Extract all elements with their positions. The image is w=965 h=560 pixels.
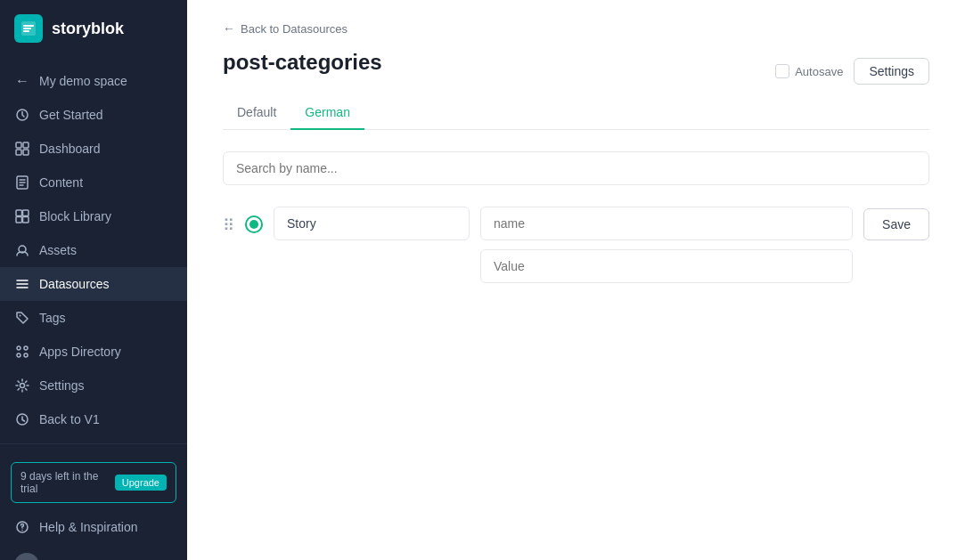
sidebar-nav: ← My demo space Get Started <box>0 57 187 443</box>
help-icon <box>14 519 30 535</box>
sidebar-label: Dashboard <box>39 142 101 156</box>
svg-point-12 <box>20 315 21 317</box>
breadcrumb-text: Back to Datasources <box>241 22 348 36</box>
assets-icon <box>14 242 30 258</box>
logo-icon <box>14 14 43 43</box>
header-actions: Autosave Settings <box>775 58 929 85</box>
svg-point-19 <box>21 530 23 532</box>
sidebar-item-back-to-v1[interactable]: Back to V1 <box>0 402 187 436</box>
sidebar-label: Content <box>39 175 83 190</box>
dashboard-icon <box>14 141 30 157</box>
main-content: ← Back to Datasources post-categories Au… <box>187 0 965 560</box>
entry-fields: Save <box>480 207 929 283</box>
svg-rect-4 <box>16 150 21 155</box>
entry-radio[interactable] <box>245 215 263 233</box>
sidebar-item-apps-directory[interactable]: Apps Directory <box>0 335 187 369</box>
sidebar-label: Tags <box>39 311 66 325</box>
page-title: post-categories <box>223 50 382 75</box>
save-button[interactable]: Save <box>863 208 929 240</box>
sidebar-item-tags[interactable]: Tags <box>0 301 187 335</box>
brand-logo[interactable]: storyblok <box>0 0 187 57</box>
breadcrumb[interactable]: ← Back to Datasources <box>223 21 929 36</box>
arrow-left-icon: ← <box>14 73 30 89</box>
sidebar-label: Datasources <box>39 277 110 291</box>
settings-button[interactable]: Settings <box>854 58 929 85</box>
upgrade-button[interactable]: Upgrade <box>115 475 167 491</box>
svg-rect-3 <box>23 142 29 148</box>
sidebar: storyblok ← My demo space Get Started <box>0 0 187 560</box>
sidebar-label: Assets <box>39 243 77 257</box>
sidebar-label: Back to V1 <box>39 412 100 426</box>
sidebar-bottom: 9 days left in the trial Upgrade Help & … <box>0 443 187 560</box>
tags-icon <box>14 310 30 326</box>
entry-name-display: Story <box>274 207 470 240</box>
svg-rect-8 <box>23 210 29 216</box>
sidebar-item-datasources[interactable]: Datasources <box>0 267 187 301</box>
svg-point-15 <box>17 353 20 357</box>
svg-rect-7 <box>16 210 22 216</box>
sidebar-item-content[interactable]: Content <box>0 166 187 199</box>
page-header: post-categories Autosave Settings <box>223 50 929 93</box>
search-input[interactable] <box>223 151 929 185</box>
help-inspiration[interactable]: Help & Inspiration <box>0 510 187 544</box>
svg-rect-2 <box>16 142 21 148</box>
star-icon <box>14 107 30 123</box>
drag-handle-icon[interactable]: ⠿ <box>223 207 234 235</box>
tab-default[interactable]: Default <box>223 96 290 130</box>
sidebar-label: Get Started <box>39 108 103 122</box>
sidebar-label: Block Library <box>39 209 111 223</box>
datasources-icon <box>14 276 30 292</box>
sidebar-item-settings[interactable]: Settings <box>0 369 187 402</box>
svg-rect-10 <box>23 217 29 223</box>
entry-input-column <box>480 207 853 283</box>
back-arrow-icon: ← <box>223 21 235 36</box>
sidebar-item-assets[interactable]: Assets <box>0 233 187 267</box>
svg-point-13 <box>17 346 20 350</box>
trial-text: 9 days left in the trial <box>20 470 115 495</box>
apps-icon <box>14 344 30 360</box>
back-v1-icon <box>14 411 30 427</box>
sidebar-label: Apps Directory <box>39 345 121 359</box>
svg-rect-9 <box>16 217 22 223</box>
tabs: Default German <box>223 96 929 130</box>
block-library-icon <box>14 208 30 224</box>
svg-point-14 <box>24 346 28 350</box>
settings-icon <box>14 377 30 394</box>
trial-banner: 9 days left in the trial Upgrade <box>11 462 176 503</box>
sidebar-label: My demo space <box>39 74 127 88</box>
brand-name: storyblok <box>52 20 124 38</box>
sidebar-item-get-started[interactable]: Get Started <box>0 98 187 132</box>
tab-german[interactable]: German <box>290 96 364 130</box>
svg-rect-5 <box>23 150 29 155</box>
sidebar-item-block-library[interactable]: Block Library <box>0 199 187 233</box>
entry-value-input[interactable] <box>480 249 853 283</box>
datasource-entry-row: ⠿ Story Save <box>223 207 929 283</box>
svg-point-17 <box>20 384 25 388</box>
autosave-label: Autosave <box>795 65 843 78</box>
sidebar-item-dashboard[interactable]: Dashboard <box>0 132 187 166</box>
sidebar-label: Settings <box>39 378 85 393</box>
autosave-checkbox[interactable] <box>775 64 789 78</box>
help-label: Help & Inspiration <box>39 520 138 534</box>
svg-point-16 <box>24 353 28 357</box>
account-item[interactable]: Fi My account <box>0 544 187 560</box>
autosave-control[interactable]: Autosave <box>775 64 843 78</box>
content-icon <box>14 174 30 191</box>
avatar: Fi <box>14 553 39 560</box>
sidebar-item-my-demo-space[interactable]: ← My demo space <box>0 64 187 98</box>
entry-name-input[interactable] <box>480 207 853 240</box>
